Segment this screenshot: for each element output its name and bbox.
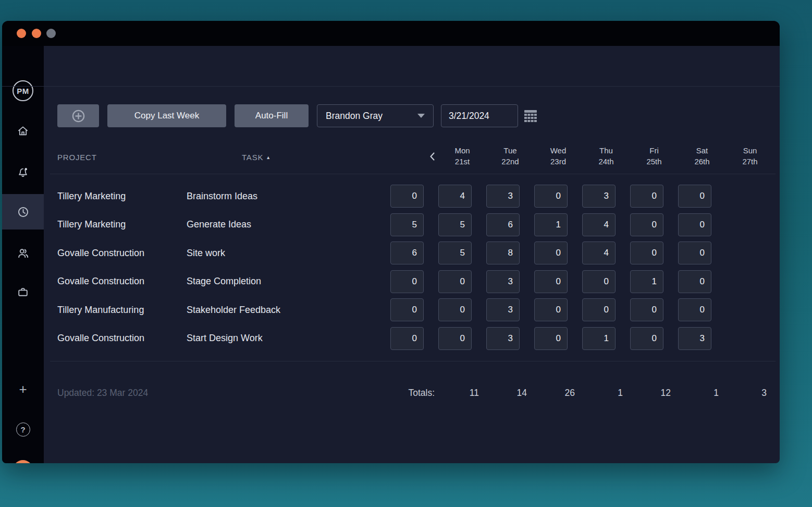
hours-input[interactable] [390,185,424,208]
hours-input[interactable] [438,270,472,293]
total-value: 14 [486,388,534,399]
hours-input[interactable] [630,242,663,264]
assignee-value: Brandon Gray [326,111,383,122]
project-cell: Tillery Manufacturing [2,305,187,316]
hours-input[interactable] [438,242,472,264]
hours-input[interactable] [486,185,520,208]
assignee-select[interactable]: Brandon Gray [317,104,434,127]
sidebar-item-help[interactable]: ? [2,415,44,444]
hours-input[interactable] [486,242,520,264]
hours-input[interactable] [438,327,472,350]
sidebar-item-add[interactable]: + [2,375,44,404]
sort-asc-icon: ▲ [266,155,271,160]
day-header: Tue22nd [486,145,534,167]
hours-input[interactable] [678,298,711,321]
header-divider [2,86,780,87]
table-header-divider [50,174,776,174]
total-value: 11 [438,388,486,399]
day-header: Wed23rd [534,145,582,167]
question-icon: ? [16,422,30,437]
previous-week-button[interactable] [426,150,439,163]
hours-input[interactable] [390,242,424,264]
hours-input[interactable] [582,185,616,208]
hours-input[interactable] [534,213,568,236]
totals-row: 11 14 26 1 12 1 3 [438,388,774,399]
day-header: Thu24th [582,145,630,167]
hours-input[interactable] [438,185,472,208]
traffic-light-minimize[interactable] [32,29,41,38]
total-value: 12 [630,388,678,399]
totals-label: Totals: [362,388,435,399]
hours-input[interactable] [486,213,520,236]
home-icon [16,124,30,138]
hours-input[interactable] [534,327,568,350]
table-row: Tillery Marketing Brainstorm Ideas [2,182,780,211]
hours-input[interactable] [582,213,616,236]
table-footer-divider [50,361,776,361]
timesheet-rows: Tillery Marketing Brainstorm Ideas Tille… [2,182,780,353]
task-cell: Start Design Work [187,333,383,344]
hours-input[interactable] [486,270,520,293]
hours-input[interactable] [534,298,568,321]
hours-input[interactable] [678,185,711,208]
hours-input[interactable] [678,270,711,293]
hours-input[interactable] [630,213,663,236]
chevron-down-icon [417,114,425,118]
hours-input[interactable] [678,242,711,264]
hours-input[interactable] [438,298,472,321]
project-cell: Govalle Construction [2,333,187,344]
hours-input[interactable] [630,298,663,321]
hours-input[interactable] [582,298,616,321]
task-cell: Brainstorm Ideas [187,191,383,202]
hours-input[interactable] [390,213,424,236]
copy-last-week-button[interactable]: Copy Last Week [107,104,226,127]
task-cell: Generate Ideas [187,219,383,230]
table-row: Tillery Manufacturing Stakeholder Feedba… [2,296,780,324]
table-row: Govalle Construction Start Design Work [2,324,780,353]
hours-input[interactable] [390,327,424,350]
hours-input[interactable] [534,270,568,293]
hours-input[interactable] [390,298,424,321]
plus-circle-icon [71,109,85,123]
hours-input[interactable] [486,298,520,321]
column-header-project[interactable]: PROJECT [57,153,97,162]
avatar [13,460,33,463]
hours-input[interactable] [630,185,663,208]
table-row: Govalle Construction Site work [2,239,780,268]
table-row: Tillery Marketing Generate Ideas [2,211,780,239]
pm-logo[interactable]: PM [13,80,33,101]
hours-input[interactable] [486,327,520,350]
project-cell: Tillery Marketing [2,219,187,230]
hours-input[interactable] [534,185,568,208]
auto-fill-button[interactable]: Auto-Fill [235,104,309,127]
total-value: 1 [678,388,726,399]
calendar-icon[interactable] [522,107,539,124]
bell-icon [16,166,30,179]
updated-timestamp: Updated: 23 Mar 2024 [57,388,148,399]
project-cell: Tillery Marketing [2,191,187,202]
total-value: 26 [534,388,582,399]
sidebar-item-profile[interactable] [2,455,44,463]
hours-input[interactable] [678,213,711,236]
traffic-light-zoom[interactable] [46,29,56,38]
hours-input[interactable] [582,242,616,264]
date-input[interactable] [441,104,518,127]
plus-icon: + [19,382,27,396]
hours-input[interactable] [438,213,472,236]
hours-input[interactable] [678,327,711,350]
day-header: Sun27th [726,145,774,167]
add-entry-button[interactable] [57,104,99,127]
day-header: Sat26th [678,145,726,167]
hours-input[interactable] [630,327,663,350]
task-cell: Stage Completion [187,276,383,287]
column-header-task[interactable]: TASK▲ [242,153,271,162]
app-window: PM [2,21,780,463]
traffic-light-close[interactable] [17,29,26,38]
hours-input[interactable] [534,242,568,264]
window-titlebar [2,21,780,46]
sidebar-item-home[interactable] [2,116,44,146]
hours-input[interactable] [582,270,616,293]
hours-input[interactable] [630,270,663,293]
hours-input[interactable] [390,270,424,293]
hours-input[interactable] [582,327,616,350]
